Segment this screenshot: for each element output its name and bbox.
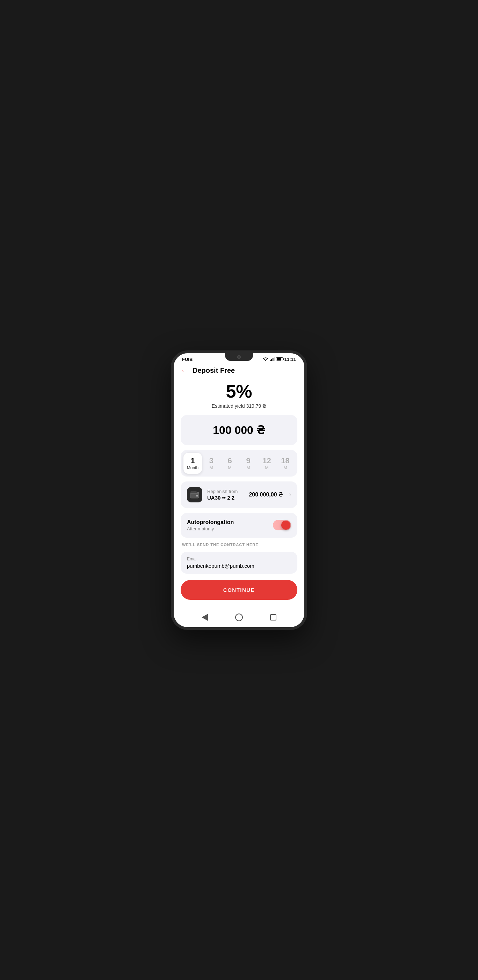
period-selector: 1 Month 3 M 6 M 9 M 12 M: [181, 450, 297, 477]
nav-home-button[interactable]: [233, 612, 245, 623]
period-1-month[interactable]: 1 Month: [183, 453, 202, 474]
header: ← Deposit Free: [174, 363, 304, 379]
email-card[interactable]: Email pumbenkopumb@pumb.com: [181, 552, 297, 574]
svg-rect-0: [270, 360, 271, 361]
nav-square-icon: [270, 614, 276, 620]
period-18-label: M: [284, 465, 287, 470]
period-6-number: 6: [228, 456, 232, 465]
account-label: Replenish from: [207, 489, 244, 494]
wallet-icon: [190, 490, 199, 499]
period-12-month[interactable]: 12 M: [258, 453, 276, 474]
period-1-number: 1: [190, 456, 194, 465]
phone-screen: FUIB 11:11: [174, 353, 304, 627]
account-balance: 200 000,00 ₴: [249, 491, 283, 498]
auto-subtitle: After maturity: [187, 526, 273, 531]
period-12-number: 12: [263, 456, 271, 465]
svg-rect-7: [190, 491, 197, 493]
svg-rect-1: [271, 359, 272, 361]
auto-title: Autoprolongation: [187, 519, 273, 525]
autoprolongation-card: Autoprolongation After maturity: [181, 513, 297, 538]
battery-icon: [276, 357, 283, 361]
rate-value: 5%: [181, 382, 297, 400]
yield-label: Estimated yield: [212, 403, 245, 409]
yield-text: Estimated yield 319,79 ₴: [181, 403, 297, 409]
period-9-label: M: [247, 465, 250, 470]
chevron-right-icon: ›: [289, 491, 291, 498]
account-card[interactable]: Replenish from UA30 •• 2 2 200 000,00 ₴ …: [181, 482, 297, 508]
main-content: 5% Estimated yield 319,79 ₴ 100 000 ₴ 1 …: [174, 379, 304, 607]
nav-recents-button[interactable]: [268, 612, 279, 623]
status-bar: FUIB 11:11: [174, 353, 304, 363]
toggle-thumb: [281, 520, 290, 530]
auto-info: Autoprolongation After maturity: [187, 519, 273, 531]
period-3-label: M: [210, 465, 213, 470]
carrier-label: FUIB: [182, 357, 193, 362]
period-12-label: M: [265, 465, 269, 470]
amount-card[interactable]: 100 000 ₴: [181, 415, 297, 445]
nav-home-icon: [235, 614, 243, 621]
period-3-number: 3: [209, 456, 213, 465]
period-6-month[interactable]: 6 M: [220, 453, 239, 474]
bottom-nav: [174, 607, 304, 627]
svg-point-6: [196, 495, 198, 496]
yield-amount: 319,79 ₴: [246, 403, 267, 409]
period-1-label: Month: [187, 465, 198, 470]
account-info: Replenish from UA30 •• 2 2: [207, 489, 244, 501]
period-18-number: 18: [281, 456, 289, 465]
notch: [225, 353, 253, 361]
phone-frame: FUIB 11:11: [171, 350, 307, 630]
toggle-track: [273, 520, 291, 530]
account-number: UA30 •• 2 2: [207, 495, 244, 501]
wifi-icon: [263, 357, 268, 361]
email-field-label: Email: [187, 557, 291, 562]
back-button[interactable]: ←: [181, 366, 188, 375]
nav-back-icon: [202, 614, 208, 621]
page-title: Deposit Free: [193, 366, 235, 374]
rate-section: 5% Estimated yield 319,79 ₴: [181, 379, 297, 410]
time-label: 11:11: [284, 357, 296, 362]
period-18-month[interactable]: 18 M: [276, 453, 295, 474]
battery-fill: [277, 358, 281, 361]
period-3-month[interactable]: 3 M: [202, 453, 220, 474]
period-9-number: 9: [246, 456, 250, 465]
period-9-month[interactable]: 9 M: [239, 453, 258, 474]
signal-icon: [270, 357, 275, 361]
svg-rect-2: [272, 358, 274, 361]
nav-back-button[interactable]: [199, 612, 210, 623]
continue-button[interactable]: CONTINUE: [181, 580, 297, 600]
period-6-label: M: [228, 465, 232, 470]
amount-value: 100 000 ₴: [188, 423, 290, 437]
contract-section-label: WE'LL SEND THE CONTRACT HERE: [181, 542, 297, 547]
account-icon: [187, 487, 202, 503]
autoprolongation-toggle[interactable]: [273, 520, 291, 530]
camera: [237, 355, 241, 359]
svg-rect-3: [274, 357, 275, 361]
status-right: 11:11: [263, 357, 296, 362]
email-value: pumbenkopumb@pumb.com: [187, 563, 291, 569]
